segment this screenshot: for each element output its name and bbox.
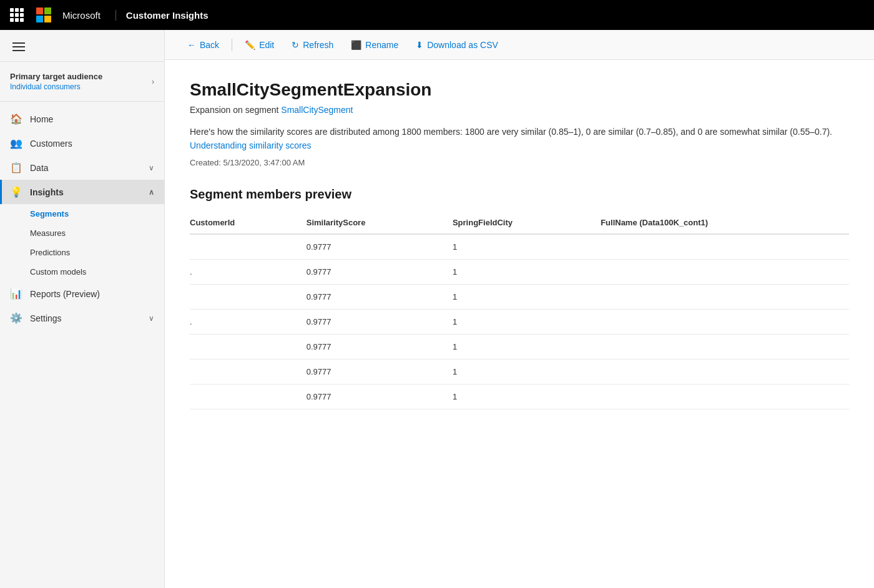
cell-customer-id <box>190 284 307 309</box>
reports-icon: 📊 <box>10 288 22 300</box>
sidebar-item-segments-label: Segments <box>30 209 69 218</box>
refresh-label: Refresh <box>303 40 333 50</box>
cell-customer-id: . <box>190 259 307 284</box>
edit-button[interactable]: ✏️ Edit <box>237 36 282 54</box>
cell-similarity: 0.9777 <box>307 384 453 409</box>
cell-customer-id <box>190 359 307 384</box>
table-row: . 0.9777 1 <box>190 259 849 284</box>
sidebar-item-measures-label: Measures <box>30 228 66 238</box>
cell-fullname <box>601 359 849 384</box>
edit-label: Edit <box>259 40 274 50</box>
cell-similarity: 0.9777 <box>307 259 453 284</box>
col-city: SpringFieldCity <box>453 212 601 234</box>
toolbar: ← Back ✏️ Edit ↻ Refresh ⬛ Rename ⬇ Down… <box>165 30 874 60</box>
waffle-icon[interactable] <box>10 8 24 22</box>
members-table: CustomerId SimilarityScore SpringFieldCi… <box>190 212 849 409</box>
table-row: 0.9777 1 <box>190 384 849 409</box>
data-chevron-icon: ∨ <box>149 164 154 172</box>
description-text: Here's how the similarity scores are dis… <box>190 127 832 137</box>
sidebar-item-predictions-label: Predictions <box>30 248 70 257</box>
sidebar-item-custom-models[interactable]: Custom models <box>0 262 164 282</box>
sidebar-item-insights-label: Insights <box>30 187 64 197</box>
sidebar-item-settings[interactable]: ⚙️ Settings ∨ <box>0 306 164 330</box>
audience-section: Primary target audience Individual consu… <box>0 62 164 102</box>
segment-created: Created: 5/13/2020, 3:47:00 AM <box>190 158 849 167</box>
top-nav: Microsoft Customer Insights <box>0 0 874 30</box>
cell-city: 1 <box>453 259 601 284</box>
col-fullname: FullName (Data100K_cont1) <box>601 212 849 234</box>
table-row: 0.9777 1 <box>190 284 849 309</box>
hamburger-menu[interactable] <box>10 40 154 54</box>
refresh-icon: ↻ <box>292 40 299 50</box>
audience-chevron-icon: › <box>152 77 154 86</box>
cell-fullname <box>601 234 849 260</box>
table-row: . 0.9777 1 <box>190 309 849 334</box>
cell-fullname <box>601 284 849 309</box>
cell-city: 1 <box>453 284 601 309</box>
app-name: Customer Insights <box>115 10 209 21</box>
sidebar-item-predictions[interactable]: Predictions <box>0 243 164 262</box>
sidebar-item-data-label: Data <box>30 163 49 173</box>
cell-customer-id <box>190 384 307 409</box>
data-icon: 📋 <box>10 162 22 174</box>
nav-items: 🏠 Home 👥 Customers 📋 Data ∨ 💡 Insights ∧ <box>0 102 164 588</box>
content-area: SmallCitySegmentExpansion Expansion on s… <box>165 60 874 588</box>
table-row: 0.9777 1 <box>190 359 849 384</box>
table-header-row: CustomerId SimilarityScore SpringFieldCi… <box>190 212 849 234</box>
main-content: ← Back ✏️ Edit ↻ Refresh ⬛ Rename ⬇ Down… <box>165 30 874 588</box>
insights-icon: 💡 <box>10 186 22 198</box>
cell-city: 1 <box>453 384 601 409</box>
cell-fullname <box>601 334 849 359</box>
segment-title: SmallCitySegmentExpansion <box>190 80 849 100</box>
segment-subtitle: Expansion on segment SmallCitySegment <box>190 105 849 115</box>
similarity-scores-link[interactable]: Understanding similarity scores <box>190 140 312 150</box>
sidebar-item-settings-label: Settings <box>30 313 62 323</box>
back-icon: ← <box>187 40 196 50</box>
audience-row[interactable]: Primary target audience Individual consu… <box>10 72 154 91</box>
rename-button[interactable]: ⬛ Rename <box>343 36 406 54</box>
sidebar-item-home-label: Home <box>30 114 53 124</box>
cell-customer-id: . <box>190 309 307 334</box>
customers-icon: 👥 <box>10 137 22 149</box>
back-button[interactable]: ← Back <box>180 36 227 54</box>
rename-icon: ⬛ <box>351 40 361 50</box>
sidebar-item-home[interactable]: 🏠 Home <box>0 107 164 131</box>
audience-label: Primary target audience <box>10 72 102 81</box>
cell-fullname <box>601 384 849 409</box>
sidebar-item-customers[interactable]: 👥 Customers <box>0 131 164 155</box>
cell-similarity: 0.9777 <box>307 359 453 384</box>
microsoft-logo <box>36 7 51 22</box>
download-button[interactable]: ⬇ Download as CSV <box>408 36 506 54</box>
sidebar-item-customers-label: Customers <box>30 139 72 149</box>
cell-customer-id <box>190 234 307 260</box>
cell-fullname <box>601 309 849 334</box>
sidebar-item-data[interactable]: 📋 Data ∨ <box>0 155 164 180</box>
col-customer-id: CustomerId <box>190 212 307 234</box>
sidebar-item-custom-models-label: Custom models <box>30 267 86 277</box>
toolbar-separator <box>232 39 232 51</box>
download-label: Download as CSV <box>427 40 498 50</box>
cell-fullname <box>601 259 849 284</box>
segment-description: Here's how the similarity scores are dis… <box>190 125 849 153</box>
back-label: Back <box>200 40 219 50</box>
cell-customer-id <box>190 334 307 359</box>
sidebar-item-segments[interactable]: Segments <box>0 204 164 223</box>
sidebar-header <box>0 30 164 62</box>
preview-title: Segment members preview <box>190 187 849 202</box>
layout: Primary target audience Individual consu… <box>0 30 874 588</box>
table-row: 0.9777 1 <box>190 334 849 359</box>
sidebar-item-measures[interactable]: Measures <box>0 223 164 243</box>
cell-city: 1 <box>453 309 601 334</box>
cell-city: 1 <box>453 234 601 260</box>
subtitle-link[interactable]: SmallCitySegment <box>281 105 353 115</box>
settings-chevron-icon: ∨ <box>149 314 154 323</box>
sidebar-item-reports[interactable]: 📊 Reports (Preview) <box>0 282 164 306</box>
rename-label: Rename <box>365 40 398 50</box>
settings-icon: ⚙️ <box>10 312 22 324</box>
cell-city: 1 <box>453 359 601 384</box>
sidebar-item-insights[interactable]: 💡 Insights ∧ <box>0 180 164 204</box>
brand-name: Microsoft <box>62 10 101 21</box>
refresh-button[interactable]: ↻ Refresh <box>284 36 341 54</box>
col-similarity: SimilarityScore <box>307 212 453 234</box>
sidebar-item-reports-label: Reports (Preview) <box>30 289 100 299</box>
